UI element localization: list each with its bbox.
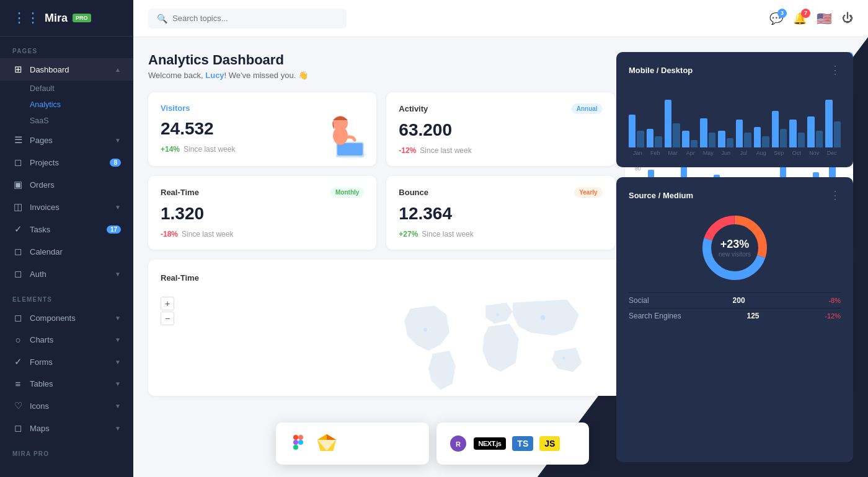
sidebar-item-tables[interactable]: ≡ Tables ▼ (0, 373, 133, 395)
forms-icon: ✓ (12, 356, 24, 367)
sidebar-sub-item-saas[interactable]: SaaS (30, 113, 133, 129)
dark-chart-title: Mobile / Desktop (629, 66, 693, 75)
donut-wrap: +23% new visitors (629, 211, 841, 285)
sidebar-item-projects[interactable]: ◻ Projects 8 (0, 151, 133, 173)
activity-change: -12% (399, 146, 416, 155)
sidebar-sub-item-default[interactable]: Default (30, 81, 133, 97)
visitors-title: Visitors (161, 103, 190, 113)
sidebar-item-charts[interactable]: ○ Charts ▼ (0, 329, 133, 351)
visitors-card: Visitors 24.532 +14% Since last week (148, 92, 376, 166)
dark-month-label: Jan (629, 150, 647, 156)
visitor-illustration (302, 92, 376, 166)
dark-mobile-bar (637, 131, 644, 147)
sidebar-item-auth[interactable]: ◻ Auth ▼ (0, 263, 133, 285)
notifications-button[interactable]: 💬 3 (769, 12, 783, 25)
svg-rect-2 (337, 143, 363, 155)
maps-icon: ◻ (12, 422, 24, 434)
visitors-change: +14% (161, 145, 180, 154)
dark-desktop-bar (718, 131, 725, 147)
dark-month-label: Dec (823, 150, 841, 156)
donut-percentage: +23% (719, 238, 751, 251)
dark-mobile-bar (816, 131, 823, 147)
activity-badge: Annual (572, 103, 603, 114)
chevron-down-icon: ▼ (115, 425, 121, 432)
chevron-down-icon: ▼ (115, 271, 121, 278)
svg-rect-16 (293, 445, 298, 450)
bounce-since: Since last week (422, 230, 473, 239)
dark-month-label: Oct (788, 150, 806, 156)
dark-bar-group (807, 116, 823, 147)
dark-desktop-bar (629, 115, 636, 147)
source-row-social: Social 200 -8% (629, 292, 841, 308)
sidebar-item-tasks[interactable]: ✓ Tasks 17 (0, 218, 133, 240)
dark-mobile-bar (691, 140, 698, 147)
source-more-icon[interactable]: ⋮ (830, 188, 841, 202)
dark-month-label: Apr (682, 150, 700, 156)
nextjs-icon: NEXT.js (474, 437, 507, 450)
search-wrap[interactable]: 🔍 (148, 9, 347, 28)
dark-month-label: Mar (664, 150, 682, 156)
sidebar: ⋮⋮ Mira PRO PAGES ⊞ Dashboard ▲ Default … (0, 0, 133, 477)
sidebar-item-pages[interactable]: ☰ Pages ▼ (0, 129, 133, 151)
dark-chart-card: Mobile / Desktop ⋮ JanFebMarAprMayJunJul… (616, 52, 853, 167)
page-subtitle: Welcome back, Lucy! We've missed you. 👋 (148, 71, 308, 80)
dark-bar-group (825, 100, 841, 147)
dark-bar-group (665, 100, 680, 147)
map-title: Real-Time (161, 273, 199, 282)
pages-icon: ☰ (12, 134, 24, 146)
zoom-out-button[interactable]: − (161, 312, 174, 325)
sidebar-item-forms[interactable]: ✓ Forms ▼ (0, 351, 133, 373)
alerts-button[interactable]: 🔔 7 (793, 12, 807, 25)
sidebar-item-label: Pages (30, 136, 108, 145)
chevron-up-icon: ▲ (115, 66, 121, 73)
search-input[interactable] (172, 14, 338, 23)
dashboard-icon: ⊞ (12, 64, 24, 75)
sidebar-item-dashboard[interactable]: ⊞ Dashboard ▲ (0, 58, 133, 81)
sidebar-item-calendar[interactable]: ◻ Calendar (0, 240, 133, 263)
dark-desktop-bar (665, 100, 671, 147)
power-button[interactable]: ⏻ (842, 12, 853, 25)
dark-bar-group (754, 127, 769, 147)
svg-point-5 (423, 328, 427, 331)
logo-icon: ⋮⋮ (12, 10, 40, 26)
sidebar-sub-item-analytics[interactable]: Analytics (30, 97, 133, 113)
section-label-elements: ELEMENTS (0, 285, 133, 307)
dark-mobile-bar (780, 129, 787, 147)
flag-icon[interactable]: 🇺🇸 (817, 11, 832, 26)
design-tools-card (276, 422, 429, 465)
zoom-in-button[interactable]: + (161, 297, 174, 310)
redux-icon: R (449, 434, 467, 453)
dark-bar-group (772, 111, 787, 147)
dark-bar-group (700, 118, 715, 148)
dark-month-label: May (699, 150, 717, 156)
sidebar-item-orders[interactable]: ▣ Orders (0, 173, 133, 196)
components-icon: ◻ (12, 312, 24, 323)
sidebar-item-components[interactable]: ◻ Components ▼ (0, 307, 133, 329)
sidebar-item-label: Projects (30, 158, 104, 167)
figma-icon (288, 434, 308, 453)
javascript-icon: JS (539, 436, 560, 451)
tasks-icon: ✓ (12, 224, 24, 235)
sidebar-item-label: Auth (30, 269, 108, 279)
logo-area: ⋮⋮ Mira PRO (0, 0, 133, 37)
chevron-down-icon: ▼ (115, 359, 121, 365)
chevron-down-icon: ▼ (115, 380, 121, 387)
alerts-badge: 7 (801, 9, 810, 18)
map-controls: + − (161, 297, 174, 325)
dark-more-icon[interactable]: ⋮ (830, 63, 841, 77)
activity-header: Activity Annual (399, 103, 602, 114)
chevron-down-icon: ▼ (115, 204, 121, 211)
bounce-value: 12.364 (399, 204, 602, 224)
chevron-down-icon: ▼ (115, 137, 121, 144)
realtime-badge: Monthly (330, 187, 364, 198)
sidebar-item-maps[interactable]: ◻ Maps ▼ (0, 417, 133, 439)
dark-bar-group (647, 129, 662, 147)
bounce-badge: Yearly (574, 187, 602, 198)
sidebar-item-invoices[interactable]: ◫ Invoices ▼ (0, 196, 133, 218)
dark-bar-group (718, 131, 733, 147)
tables-icon: ≡ (12, 379, 24, 389)
activity-value: 63.200 (399, 120, 602, 140)
sidebar-item-icons[interactable]: ♡ Icons ▼ (0, 395, 133, 417)
dark-desktop-bar (754, 127, 761, 147)
notifications-badge: 3 (777, 9, 787, 18)
